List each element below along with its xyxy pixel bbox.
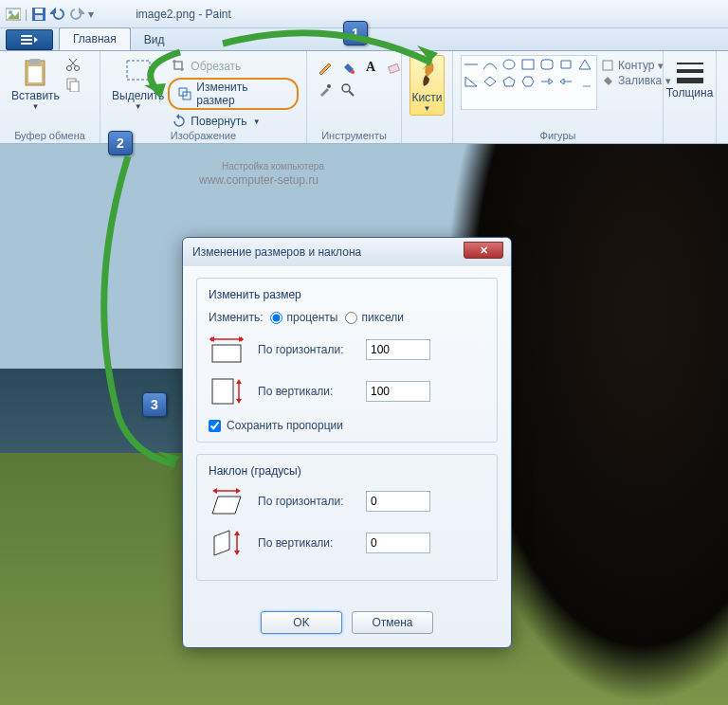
- svg-rect-27: [677, 69, 703, 73]
- horizontal-skew-icon: [209, 487, 245, 515]
- svg-rect-28: [677, 78, 703, 83]
- redo-icon[interactable]: [69, 7, 84, 22]
- svg-rect-6: [21, 39, 32, 41]
- crop-button[interactable]: Обрезать: [168, 57, 299, 76]
- magnifier-tool[interactable]: [337, 80, 358, 100]
- group-shapes-label: Фигуры: [453, 130, 663, 141]
- chevron-down-icon: ▼: [31, 102, 39, 111]
- svg-rect-25: [603, 61, 612, 70]
- svg-point-18: [351, 70, 355, 74]
- rotate-icon: [172, 114, 187, 129]
- svg-point-20: [327, 84, 331, 88]
- ok-button[interactable]: OK: [261, 611, 342, 634]
- tools-grid: A: [315, 57, 393, 100]
- vertical-resize-icon: [209, 377, 245, 406]
- resize-icon: [177, 86, 192, 101]
- text-tool[interactable]: A: [360, 57, 381, 78]
- resize-horizontal-input[interactable]: [366, 339, 430, 360]
- svg-rect-3: [35, 9, 43, 13]
- quick-access-toolbar: | ▾: [6, 7, 94, 22]
- clipboard-icon: [20, 57, 50, 87]
- shape-outline-button[interactable]: Контур ▾: [601, 59, 671, 72]
- svg-rect-23: [522, 60, 534, 69]
- chevron-down-icon: ▼: [424, 104, 431, 113]
- annotation-step-3: 3: [142, 392, 167, 417]
- select-label: Выделить: [112, 89, 164, 102]
- svg-rect-5: [21, 35, 32, 37]
- annotation-step-1: 1: [343, 21, 368, 45]
- file-menu-button[interactable]: [6, 29, 53, 50]
- chevron-down-icon: ▼: [135, 102, 142, 111]
- chevron-down-icon: ▼: [253, 118, 261, 126]
- svg-rect-9: [29, 59, 41, 64]
- skew-legend: Наклон (градусы): [209, 464, 485, 478]
- dialog-close-button[interactable]: ✕: [464, 242, 503, 259]
- svg-rect-10: [28, 66, 42, 82]
- thickness-icon: [677, 61, 703, 86]
- dialog-titlebar[interactable]: Изменение размеров и наклона ✕: [183, 238, 511, 266]
- group-clipboard-label: Буфер обмена: [0, 130, 100, 141]
- skew-h-label: По горизонтали:: [258, 495, 353, 508]
- tab-home[interactable]: Главная: [59, 27, 131, 50]
- svg-rect-30: [212, 379, 233, 404]
- save-icon[interactable]: [31, 7, 46, 22]
- svg-point-21: [342, 84, 350, 92]
- dialog-title-text: Изменение размеров и наклона: [192, 245, 361, 259]
- cut-icon[interactable]: [65, 57, 81, 75]
- svg-rect-14: [70, 81, 79, 92]
- resize-skew-dialog: Изменение размеров и наклона ✕ Изменить …: [182, 237, 512, 648]
- eyedropper-tool[interactable]: [315, 80, 336, 100]
- svg-rect-24: [541, 60, 553, 69]
- keep-ratio-label: Сохранить пропорции: [227, 419, 343, 432]
- copy-icon[interactable]: [65, 77, 81, 95]
- cancel-button[interactable]: Отмена: [352, 611, 433, 634]
- vertical-label: По вертикали:: [258, 385, 353, 398]
- svg-rect-19: [389, 63, 400, 73]
- svg-rect-15: [127, 61, 150, 80]
- annotation-step-2: 2: [108, 131, 133, 155]
- ribbon: Вставить ▼ Буфер обмена Выделить ▼ Обрез…: [0, 51, 728, 144]
- qat-dropdown-icon[interactable]: ▾: [88, 8, 94, 21]
- svg-point-11: [66, 66, 71, 71]
- brush-icon: [414, 58, 441, 91]
- svg-rect-4: [35, 15, 43, 20]
- resize-vertical-input[interactable]: [366, 381, 430, 402]
- fill-tool[interactable]: [337, 57, 358, 78]
- qat-separator: |: [25, 8, 27, 21]
- paint-app-icon: [6, 7, 21, 22]
- svg-rect-29: [212, 345, 241, 362]
- resize-legend: Изменить размер: [209, 288, 485, 301]
- brushes-button[interactable]: Кисти ▼: [410, 55, 445, 116]
- undo-icon[interactable]: [50, 7, 65, 22]
- rotate-button[interactable]: Повернуть▼: [168, 112, 299, 131]
- radio-percent[interactable]: проценты: [270, 311, 337, 324]
- group-tools-label: Инструменты: [307, 130, 401, 141]
- paste-button[interactable]: Вставить ▼: [8, 55, 64, 113]
- shape-fill-button[interactable]: Заливка ▾: [601, 74, 671, 87]
- pencil-tool[interactable]: [315, 57, 336, 78]
- skew-horizontal-input[interactable]: [366, 491, 430, 512]
- keep-ratio-checkbox[interactable]: [209, 420, 221, 432]
- select-icon: [123, 57, 154, 87]
- skew-vertical-input[interactable]: [366, 533, 430, 553]
- svg-point-1: [9, 10, 12, 14]
- vertical-skew-icon: [209, 529, 245, 557]
- svg-rect-7: [21, 43, 32, 45]
- tab-view[interactable]: Вид: [131, 29, 178, 50]
- paste-label: Вставить: [11, 89, 60, 102]
- radio-pixels[interactable]: пиксели: [345, 311, 404, 324]
- svg-point-12: [74, 66, 79, 71]
- shapes-gallery[interactable]: [461, 55, 597, 110]
- resize-button[interactable]: Изменить размер: [168, 78, 299, 110]
- size-label: Толщина: [666, 86, 714, 99]
- skew-v-label: По вертикали:: [258, 536, 353, 550]
- svg-rect-26: [677, 63, 703, 64]
- size-button[interactable]: Толщина: [671, 59, 708, 101]
- select-button[interactable]: Выделить ▼: [108, 55, 168, 131]
- svg-point-22: [503, 60, 515, 69]
- brushes-label: Кисти: [412, 91, 443, 104]
- watermark: Настройка компьютера www.computer-setup.…: [199, 161, 324, 187]
- eraser-tool[interactable]: [383, 57, 404, 78]
- window-title: image2.png - Paint: [136, 8, 231, 21]
- resize-by-label: Изменить:: [209, 311, 263, 324]
